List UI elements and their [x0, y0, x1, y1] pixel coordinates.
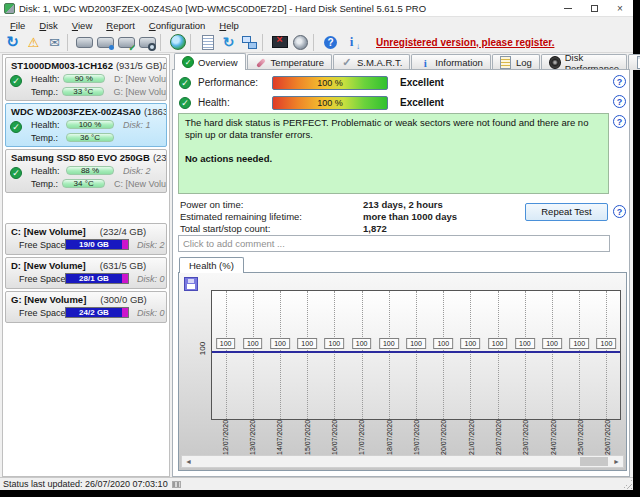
x-axis-labels: 12/07/2020 13/07/2020 14/07/2020 15/07/2…	[211, 421, 621, 457]
maximize-button[interactable]	[581, 0, 607, 16]
volume-list-item[interactable]: G: [New Volume] (300/0 GB) Free Space 24…	[5, 291, 167, 323]
chart-column: 100	[402, 291, 429, 419]
temp-label: Temp.:	[31, 133, 63, 143]
gridline	[362, 291, 363, 419]
x-axis-cell: 24/07/2020	[539, 421, 566, 457]
x-axis-cell: 26/07/2020	[594, 421, 621, 457]
toolbar-icon[interactable]	[116, 33, 137, 52]
menu-item[interactable]: Report	[99, 20, 142, 31]
chart-horizontal-scrollbar[interactable]: ◄ ►	[181, 455, 624, 468]
toolbar-icon[interactable]	[320, 33, 341, 52]
free-space-value: 24/2 GB	[66, 308, 122, 317]
scroll-right-icon[interactable]: ►	[610, 456, 623, 467]
window-title: Disk: 1, WDC WD2003FZEX-00Z4SA0 [WD-WMC5…	[19, 3, 555, 14]
save-icon[interactable]	[184, 277, 198, 291]
volume-list: C: [New Volume] (232/4 GB) Free Space 19…	[3, 223, 169, 323]
menu-item[interactable]: Disk	[32, 20, 65, 31]
data-point-label: 100	[216, 338, 236, 349]
data-point-label: 100	[352, 338, 372, 349]
x-axis-date-label: 19/07/2020	[413, 420, 420, 455]
disk-list-item[interactable]: ✓ Samsung SSD 850 EVO 250GB (232/9 GB) H…	[5, 149, 167, 193]
volume-size: (631/5 GB)	[100, 260, 146, 271]
toolbar-icon[interactable]	[23, 33, 44, 52]
toolbar-icon[interactable]	[269, 33, 290, 52]
help-icon[interactable]: ?	[613, 115, 626, 128]
info-label: Total start/stop count:	[180, 223, 270, 234]
gridline	[498, 291, 499, 419]
scrollbar-thumb[interactable]	[580, 457, 608, 466]
health-chart-plot: 100 100 100	[211, 290, 621, 420]
toolbar-icon[interactable]	[167, 33, 188, 52]
help-icon[interactable]: ?	[613, 205, 626, 218]
toolbar-icon[interactable]	[313, 34, 318, 51]
gridline	[253, 291, 254, 419]
volume-name: G: [New Volume]	[11, 294, 86, 305]
maximize-icon	[591, 5, 598, 12]
menu-item[interactable]: Help	[212, 20, 246, 31]
volume-list-item[interactable]: D: [New Volume] (631/5 GB) Free Space 28…	[5, 257, 167, 289]
data-point-label: 100	[379, 338, 399, 349]
x-axis-date-label: 13/07/2020	[249, 420, 256, 455]
disk-list-item[interactable]: ✓ ST1000DM003-1CH162 (931/5 GB) Disk: 0 …	[5, 57, 167, 101]
tab[interactable]: Temperature	[247, 54, 332, 70]
close-button[interactable]: ×	[607, 0, 633, 16]
gridline	[389, 291, 390, 419]
chart-tab-health[interactable]: Health (%)	[179, 257, 244, 273]
minimize-icon	[564, 8, 572, 9]
tab[interactable]: Log	[492, 54, 540, 70]
health-ok-icon: ✓	[179, 97, 191, 109]
toolbar-icon[interactable]	[239, 33, 260, 52]
menubar: File Disk View Report Configuration Help	[0, 18, 633, 32]
disk-status-text: The hard disk status is PERFECT. Problem…	[178, 113, 609, 194]
gridline	[226, 291, 227, 419]
toolbar-icon[interactable]	[74, 33, 95, 52]
volume-name: C: [New Volume]	[11, 226, 86, 237]
x-axis-cell: 19/07/2020	[402, 421, 429, 457]
temp-mini-bar: 34 °C	[62, 179, 105, 188]
toolbar-icon[interactable]	[95, 33, 116, 52]
volume-list-item[interactable]: C: [New Volume] (232/4 GB) Free Space 19…	[5, 223, 167, 255]
toolbar-icon[interactable]	[290, 33, 311, 52]
disk-ok-icon: ✓	[10, 121, 22, 133]
toolbar-icon[interactable]	[190, 34, 195, 51]
free-space-marker	[122, 308, 128, 317]
tab[interactable]: Disk Performance	[541, 54, 627, 70]
comment-input[interactable]	[178, 235, 610, 252]
toolbar-icon[interactable]	[44, 33, 65, 52]
toolbar-icon[interactable]	[67, 34, 72, 51]
x-axis-cell: 17/07/2020	[348, 421, 375, 457]
menu-item[interactable]: File	[3, 20, 32, 31]
data-point-label: 100	[515, 338, 535, 349]
repeat-test-button[interactable]: Repeat Test	[525, 203, 608, 221]
scroll-left-icon[interactable]: ◄	[182, 456, 195, 467]
tab[interactable]: Information	[411, 54, 491, 70]
disk-size: (931/5 GB)	[116, 60, 162, 71]
tab[interactable]: S.M.A.R.T.	[333, 54, 410, 70]
toolbar-icon[interactable]	[218, 33, 239, 52]
tab[interactable]: Overview	[174, 53, 246, 70]
info-value: more than 1000 days	[363, 211, 457, 222]
menu-item[interactable]: Configuration	[142, 20, 213, 31]
toolbar-icon[interactable]	[2, 33, 23, 52]
register-link[interactable]: Unregistered version, please register.	[376, 37, 554, 48]
toolbar-icon[interactable]	[197, 33, 218, 52]
help-icon[interactable]: ?	[613, 95, 626, 108]
chart-column: 100	[321, 291, 348, 419]
help-icon[interactable]: ?	[613, 75, 626, 88]
tab-icon	[341, 57, 353, 69]
x-axis-date-label: 15/07/2020	[304, 420, 311, 455]
toolbar-icon[interactable]	[262, 34, 267, 51]
toolbar-icon[interactable]	[341, 33, 362, 52]
toolbar-icon[interactable]	[137, 33, 158, 52]
menu-item[interactable]: View	[65, 20, 99, 31]
performance-rating: Excellent	[400, 77, 444, 88]
chart-column: 100	[511, 291, 538, 419]
status-line-1: The hard disk status is PERFECT. Problem…	[185, 117, 602, 141]
tab[interactable]: Alerts	[628, 54, 640, 70]
minimize-button[interactable]	[555, 0, 581, 16]
data-point-label: 100	[406, 338, 426, 349]
x-axis-cell: 15/07/2020	[293, 421, 320, 457]
gridline	[552, 291, 553, 419]
toolbar-icon[interactable]	[160, 34, 165, 51]
disk-list-item[interactable]: ✓ WDC WD2003FZEX-00Z4SA0 (1863/0 GB) Hea…	[5, 103, 167, 147]
